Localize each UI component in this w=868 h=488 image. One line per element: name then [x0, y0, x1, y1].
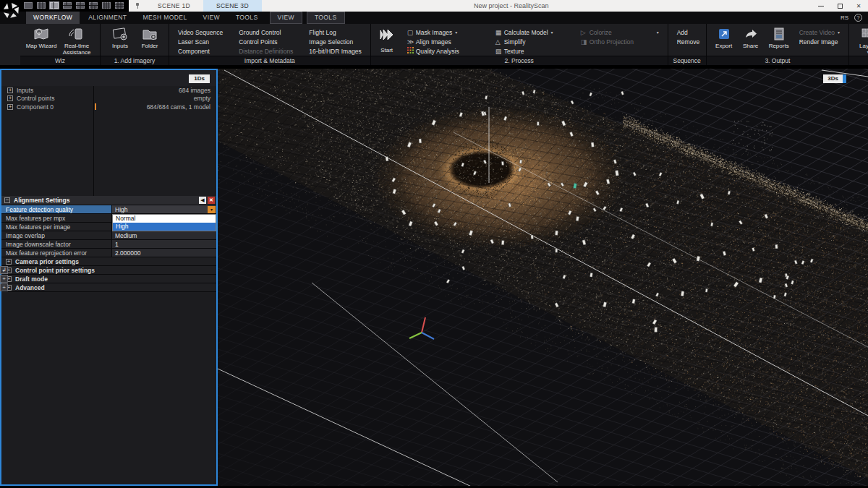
group-label-process: 2. Process	[371, 56, 668, 65]
settings-row-image-overlap[interactable]: Image overlap Medium	[1, 231, 216, 240]
title-pin-icon[interactable]	[135, 2, 140, 9]
close-button[interactable]: ✕	[849, 0, 868, 12]
layout-preset-8-icon[interactable]	[114, 1, 124, 9]
map-wizard-button[interactable]: Map Wizard	[25, 25, 58, 49]
panel-tab-1ds[interactable]: 1Ds	[189, 74, 210, 83]
alignment-settings-header[interactable]: − Alignment Settings ◀ ✕	[1, 196, 216, 205]
layout-label: Layout	[859, 43, 868, 49]
ribbon-tab-bar: WORKFLOW ALIGNMENT MESH MODEL VIEW TOOLS…	[0, 12, 868, 24]
tree-row-inputs[interactable]: + Inputs 684 images	[1, 86, 216, 95]
settings-group-label: Draft mode	[15, 275, 48, 283]
texture-item[interactable]: ▨Texture	[495, 46, 568, 56]
sequence-remove-item[interactable]: Remove	[677, 37, 697, 46]
collapse-icon[interactable]: −	[4, 197, 10, 203]
dock-return-button[interactable]: ↲	[0, 266, 8, 274]
dropdown-option-high[interactable]: High	[113, 223, 216, 231]
expand-icon[interactable]: +	[6, 259, 12, 265]
calculate-model-item[interactable]: ▦Calculate Model▾	[495, 27, 568, 37]
setting-value[interactable]: Medium	[112, 231, 216, 239]
setting-label: Max feature reprojection error	[1, 249, 112, 257]
share-button[interactable]: Share	[739, 25, 763, 49]
expand-icon[interactable]: +	[7, 104, 13, 110]
export-button[interactable]: Export	[711, 25, 737, 49]
expand-icon[interactable]: +	[7, 87, 13, 93]
expand-icon[interactable]: +	[7, 95, 13, 101]
tree-row-component-0[interactable]: + Component 0 684/684 cams, 1 model	[1, 103, 216, 111]
control-points-item[interactable]: Control Points	[239, 37, 293, 46]
minimize-icon	[818, 6, 824, 7]
settings-row-reprojection-error[interactable]: Max feature reprojection error 2.000000	[1, 249, 216, 257]
settings-group-draft-mode[interactable]: + Draft mode	[1, 275, 216, 283]
dock-add-button-2[interactable]: +	[0, 283, 8, 291]
dock-add-button[interactable]: +	[0, 275, 8, 283]
simplify-item[interactable]: △Simplify	[495, 37, 568, 46]
quality-analysis-icon	[407, 47, 416, 55]
texture-icon: ▨	[495, 48, 504, 55]
scene-1d-panel: 1Ds + Inputs 684 images + Control points…	[0, 69, 218, 486]
settings-row-feature-quality[interactable]: Feature detection quality High ▾	[1, 205, 216, 214]
ribbon-tab-mesh-model[interactable]: MESH MODEL	[135, 12, 194, 24]
ribbon-tab-tools[interactable]: TOOLS	[229, 12, 265, 24]
help-icon[interactable]: ?	[854, 14, 862, 22]
user-badge[interactable]: RS	[841, 14, 848, 21]
setting-value[interactable]: 1	[112, 240, 216, 248]
dropdown-option-normal[interactable]: Normal	[113, 215, 216, 223]
ribbon-group-import-metadata: Video Sequence Laser Scan Component Grou…	[169, 24, 371, 65]
settings-group-control-point-prior[interactable]: + Control point prior settings	[1, 266, 216, 275]
3d-viewport-canvas[interactable]	[218, 69, 868, 486]
layout-preset-1-icon[interactable]	[23, 1, 33, 9]
ribbon-tab-alignment[interactable]: ALIGNMENT	[81, 12, 134, 24]
setting-label: Max features per mpx	[1, 214, 112, 222]
settings-group-advanced[interactable]: + Advanced	[1, 283, 216, 292]
reports-button[interactable]: Reports	[765, 25, 793, 49]
alignment-settings-panel: − Alignment Settings ◀ ✕ Feature detecti…	[1, 196, 216, 292]
settings-row-downscale-factor[interactable]: Image downscale factor 1	[1, 240, 216, 249]
layout-preset-7-icon[interactable]	[101, 1, 111, 9]
mask-images-item[interactable]: ▢Mask Images▾	[407, 27, 482, 37]
calculate-model-dropdown-icon[interactable]: ▾	[551, 30, 553, 35]
sequence-add-item[interactable]: Add	[677, 27, 697, 37]
render-image-item[interactable]: Render Image	[799, 37, 840, 46]
scene-tab-3d[interactable]: SCENE 3D	[203, 0, 262, 12]
setting-value[interactable]: 2.000000	[112, 249, 216, 257]
window-title: New project - RealityScan	[474, 0, 549, 12]
ground-control-item[interactable]: Ground Control	[239, 27, 293, 37]
layout-preset-4-icon[interactable]	[62, 1, 72, 9]
mask-images-dropdown-icon[interactable]: ▾	[455, 30, 457, 35]
quality-analysis-item[interactable]: Quality Analysis	[407, 46, 482, 56]
settings-group-camera-prior[interactable]: + Camera prior settings	[1, 257, 216, 266]
realtime-assistance-label: Real-time Assistance	[58, 43, 95, 56]
component-item[interactable]: Component	[178, 46, 223, 56]
hdr-images-item[interactable]: 16-bit/HDR Images	[309, 46, 361, 56]
folder-button[interactable]: Folder	[135, 25, 164, 49]
tree-row-control-points[interactable]: + Control points empty	[1, 95, 216, 103]
laser-scan-item[interactable]: Laser Scan	[178, 37, 223, 46]
minimize-button[interactable]	[812, 0, 830, 12]
ribbon-tab-workflow[interactable]: WORKFLOW	[26, 12, 80, 24]
layout-button[interactable]: Layout ▾	[854, 25, 868, 54]
ribbon-tab-tools-3d[interactable]: TOOLS	[307, 12, 345, 24]
align-images-item[interactable]: ≫Align Images	[407, 37, 482, 46]
combo-dropdown-button[interactable]: ▾	[208, 206, 216, 213]
layout-preset-5-icon[interactable]	[75, 1, 85, 9]
realtime-assistance-button[interactable]: Real-time Assistance	[58, 25, 95, 56]
panel-tab-3ds[interactable]: 3Ds	[823, 74, 843, 83]
scene-tab-1d[interactable]: SCENE 1D	[145, 0, 203, 12]
image-selection-item[interactable]: Image Selection	[309, 37, 361, 46]
layout-preset-6-icon[interactable]	[88, 1, 98, 9]
align-images-icon: ≫	[407, 38, 416, 46]
layout-preset-3-icon[interactable]	[49, 1, 59, 9]
close-panel-icon[interactable]: ✕	[208, 197, 215, 204]
start-button[interactable]: Start	[375, 25, 399, 53]
setting-value[interactable]: High ▾	[112, 205, 216, 213]
app-logo-icon[interactable]	[1, 1, 22, 21]
mask-images-icon: ▢	[407, 29, 416, 36]
ribbon-tab-view-3d[interactable]: VIEW	[270, 12, 302, 24]
inputs-button[interactable]: Inputs	[105, 25, 135, 49]
video-sequence-item[interactable]: Video Sequence	[178, 27, 223, 37]
maximize-button[interactable]	[830, 0, 849, 12]
layout-preset-2-icon[interactable]	[36, 1, 46, 9]
flight-log-item[interactable]: Flight Log	[309, 27, 361, 37]
autohide-icon[interactable]: ◀	[199, 197, 206, 204]
ribbon-tab-view[interactable]: VIEW	[196, 12, 227, 24]
